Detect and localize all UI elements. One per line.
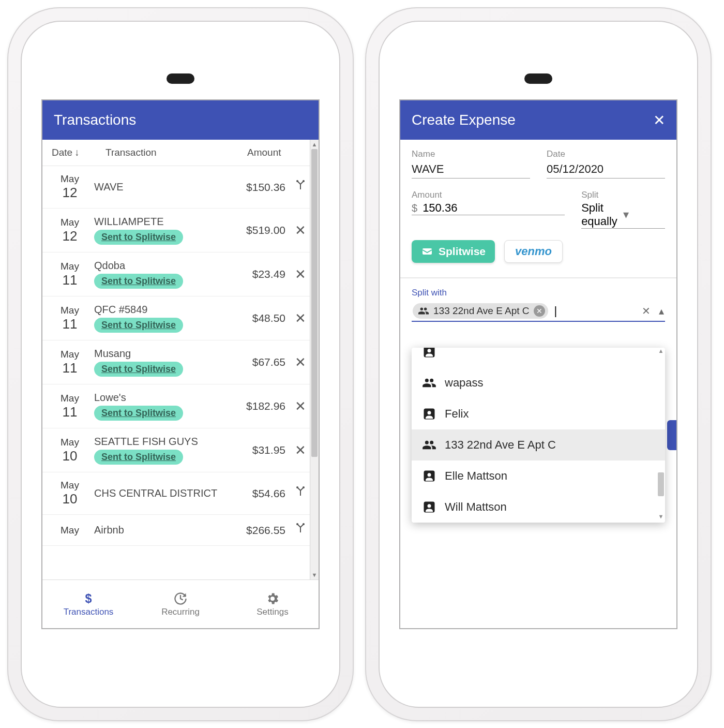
splitwise-button[interactable]: Splitwise bbox=[412, 240, 495, 263]
tx-amount: $150.36 bbox=[229, 181, 285, 194]
page-title: Create Expense bbox=[412, 112, 516, 128]
dismiss-icon[interactable]: ✕ bbox=[292, 354, 309, 370]
svg-point-5 bbox=[303, 523, 305, 525]
dismiss-icon[interactable]: ✕ bbox=[292, 266, 309, 283]
dropdown-item[interactable]: 133 22nd Ave E Apt C bbox=[412, 429, 665, 460]
table-row[interactable]: May11QdobaSent to Splitwise$23.49✕ bbox=[42, 252, 319, 296]
table-row[interactable]: May12WILLIAMPETESent to Splitwise$519.00… bbox=[42, 209, 319, 252]
tx-amount: $23.49 bbox=[229, 268, 285, 280]
chip-remove-icon[interactable]: ✕ bbox=[534, 305, 545, 317]
close-icon[interactable]: ✕ bbox=[653, 112, 665, 129]
sent-badge[interactable]: Sent to Splitwise bbox=[94, 450, 183, 465]
phone-left-mock: Transactions ▲ ▼ Date ↓ Transaction Amou… bbox=[7, 7, 354, 721]
venmo-button[interactable]: venmo bbox=[504, 240, 563, 263]
scroll-down-icon[interactable]: ▼ bbox=[310, 570, 319, 580]
tx-amount: $31.95 bbox=[229, 444, 285, 456]
dropdown-item[interactable]: Elle Mattson bbox=[412, 460, 665, 492]
tab-recurring[interactable]: Recurring bbox=[134, 580, 227, 628]
col-date-header[interactable]: Date ↓ bbox=[52, 147, 99, 158]
tx-date: May10 bbox=[52, 480, 88, 507]
dropdown-item[interactable]: Will Mattson bbox=[412, 492, 665, 523]
save-button-peek[interactable] bbox=[667, 420, 676, 450]
tx-body: Airbnb bbox=[94, 524, 222, 536]
sent-badge[interactable]: Sent to Splitwise bbox=[94, 406, 183, 421]
table-row[interactable]: May11MusangSent to Splitwise$67.65✕ bbox=[42, 340, 319, 384]
table-row[interactable]: MayAirbnb$266.55 bbox=[42, 515, 319, 546]
split-with-input[interactable]: 133 22nd Ave E Apt C ✕ | ✕ ▴ bbox=[412, 301, 665, 322]
svg-text:$: $ bbox=[85, 592, 92, 605]
table-header: Date ↓ Transaction Amount bbox=[42, 140, 319, 166]
tx-body: Lowe'sSent to Splitwise bbox=[94, 392, 222, 421]
scroll-up-icon[interactable]: ▲ bbox=[657, 348, 665, 357]
col-amount-header[interactable]: Amount bbox=[247, 147, 309, 158]
table-row[interactable]: May10SEATTLE FISH GUYSSent to Splitwise$… bbox=[42, 428, 319, 472]
tab-settings[interactable]: Settings bbox=[227, 580, 319, 628]
scrollbar[interactable]: ▲ ▼ bbox=[310, 140, 319, 580]
tx-date: May11 bbox=[52, 305, 88, 332]
svg-point-3 bbox=[303, 486, 305, 488]
chevron-down-icon: ▾ bbox=[623, 208, 665, 221]
tx-body: WAVE bbox=[94, 181, 222, 193]
tx-date: May11 bbox=[52, 393, 88, 420]
dismiss-icon[interactable]: ✕ bbox=[292, 398, 309, 414]
dismiss-icon[interactable]: ✕ bbox=[292, 222, 309, 239]
dismiss-icon[interactable]: ✕ bbox=[292, 310, 309, 326]
chevron-up-icon[interactable]: ▴ bbox=[659, 305, 664, 317]
svg-point-13 bbox=[428, 473, 431, 477]
tx-body: QFC #5849Sent to Splitwise bbox=[94, 304, 222, 333]
split-select[interactable]: Split equally ▾ bbox=[581, 201, 665, 229]
scroll-up-icon[interactable]: ▲ bbox=[310, 140, 319, 149]
scroll-thumb[interactable] bbox=[311, 149, 318, 457]
dropdown-item[interactable]: wapass bbox=[412, 367, 665, 398]
divider bbox=[400, 277, 676, 278]
chip-selected[interactable]: 133 22nd Ave E Apt C ✕ bbox=[413, 303, 548, 319]
table-row[interactable]: May10CHS CENTRAL DISTRICT$54.66 bbox=[42, 472, 319, 515]
tx-date: May11 bbox=[52, 261, 88, 288]
name-input[interactable] bbox=[412, 160, 530, 179]
svg-point-2 bbox=[296, 486, 298, 488]
tx-date: May12 bbox=[52, 217, 88, 244]
split-icon[interactable] bbox=[292, 522, 309, 538]
tx-amount: $266.55 bbox=[229, 524, 285, 537]
tx-amount: $54.66 bbox=[229, 487, 285, 500]
currency-symbol: $ bbox=[412, 202, 417, 214]
recurring-icon bbox=[173, 591, 188, 606]
svg-point-9 bbox=[428, 349, 431, 352]
dropdown-scrollbar[interactable]: ▲ ▼ bbox=[657, 348, 665, 523]
tx-date: May12 bbox=[52, 173, 88, 201]
split-field: Split Split equally ▾ bbox=[581, 190, 665, 229]
split-with-label: Split with bbox=[412, 288, 665, 298]
svg-point-4 bbox=[296, 523, 298, 525]
tx-body: MusangSent to Splitwise bbox=[94, 348, 222, 377]
app-bar-transactions: Transactions bbox=[42, 100, 319, 140]
dollar-icon: $ bbox=[81, 591, 96, 606]
date-input[interactable] bbox=[547, 160, 665, 179]
split-icon[interactable] bbox=[292, 485, 309, 501]
tx-date: May bbox=[52, 525, 88, 536]
dropdown-item[interactable]: Felix bbox=[412, 398, 665, 429]
sent-badge[interactable]: Sent to Splitwise bbox=[94, 318, 183, 333]
tx-date: May10 bbox=[52, 437, 88, 464]
tab-transactions[interactable]: $ Transactions bbox=[42, 580, 134, 628]
sensor-pill bbox=[167, 73, 194, 84]
table-row[interactable]: May11QFC #5849Sent to Splitwise$48.50✕ bbox=[42, 296, 319, 340]
sent-badge[interactable]: Sent to Splitwise bbox=[94, 274, 183, 289]
text-caret: | bbox=[554, 304, 557, 318]
group-icon bbox=[418, 305, 429, 317]
col-transaction-header[interactable]: Transaction bbox=[105, 147, 241, 158]
sent-badge[interactable]: Sent to Splitwise bbox=[94, 362, 183, 377]
split-with-dropdown: xwapassFelix133 22nd Ave E Apt CElle Mat… bbox=[412, 348, 665, 523]
scroll-thumb[interactable] bbox=[658, 472, 664, 496]
amount-input[interactable] bbox=[423, 201, 565, 215]
sent-badge[interactable]: Sent to Splitwise bbox=[94, 230, 183, 245]
svg-point-11 bbox=[428, 411, 431, 414]
table-row[interactable]: May12WAVE$150.36 bbox=[42, 166, 319, 209]
sort-down-icon: ↓ bbox=[74, 147, 80, 158]
clear-input-icon[interactable]: ✕ bbox=[642, 305, 651, 317]
dismiss-icon[interactable]: ✕ bbox=[292, 442, 309, 458]
dropdown-item[interactable]: x bbox=[412, 348, 665, 367]
tx-body: CHS CENTRAL DISTRICT bbox=[94, 487, 222, 499]
table-row[interactable]: May11Lowe'sSent to Splitwise$182.96✕ bbox=[42, 384, 319, 428]
scroll-down-icon[interactable]: ▼ bbox=[657, 513, 665, 523]
split-icon[interactable] bbox=[292, 179, 309, 195]
